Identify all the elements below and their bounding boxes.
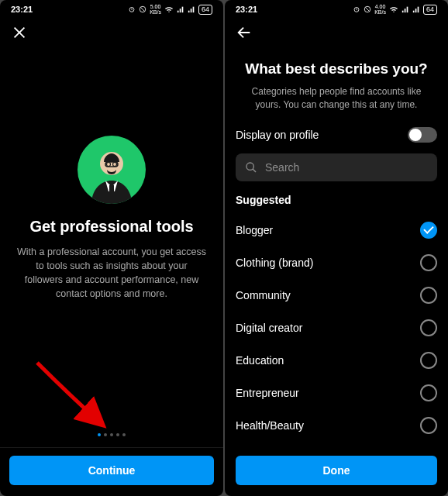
right-content: What best describes you? Categories help…: [225, 50, 448, 448]
status-bar: 23:21 5.00KB/s 64: [0, 0, 223, 19]
signal-icon-2: [412, 5, 420, 13]
alarm-icon: [128, 5, 136, 13]
svg-point-27: [246, 163, 253, 170]
page-dot: [122, 433, 126, 436]
alarm-icon: [353, 5, 360, 13]
status-time: 23:21: [11, 5, 33, 14]
category-list: BloggerClothing (brand)CommunityDigital …: [236, 214, 437, 448]
dnd-icon: [139, 5, 146, 13]
category-label: Community: [236, 289, 291, 301]
back-icon[interactable]: [236, 24, 253, 44]
signal-icon-2: [188, 5, 195, 13]
section-header: Suggested: [236, 194, 437, 206]
radio-unchecked-icon[interactable]: [420, 352, 437, 369]
svg-rect-3: [177, 11, 179, 13]
left-content: Get professional tools With a profession…: [0, 50, 223, 433]
search-input[interactable]: [265, 161, 428, 174]
category-item[interactable]: Health/Beauty: [236, 409, 437, 442]
svg-rect-5: [182, 7, 184, 13]
search-icon: [245, 161, 257, 174]
avatar: [78, 136, 146, 204]
left-heading: Get professional tools: [29, 218, 193, 236]
page-dots: [0, 433, 223, 436]
left-screen: 23:21 5.00KB/s 64: [0, 0, 223, 496]
svg-rect-7: [191, 9, 192, 12]
wifi-icon: [164, 5, 174, 13]
right-heading: What best describes you?: [236, 60, 437, 78]
display-on-profile-label: Display on profile: [236, 129, 319, 141]
svg-line-28: [253, 169, 256, 172]
display-on-profile-row: Display on profile: [236, 127, 437, 143]
svg-rect-23: [413, 11, 415, 13]
category-label: Clothing (brand): [236, 257, 313, 269]
status-right: 5.00KB/s 64: [128, 4, 212, 15]
right-subtext: Categories help people find accounts lik…: [236, 85, 437, 112]
close-icon[interactable]: [11, 24, 28, 44]
page-dot: [116, 433, 119, 436]
svg-rect-22: [407, 7, 408, 13]
net-speed-left: 5.00KB/s: [150, 4, 161, 15]
category-item[interactable]: Community: [236, 279, 437, 312]
category-item[interactable]: Clothing (brand): [236, 246, 437, 279]
battery-level: 64: [198, 5, 212, 15]
category-item[interactable]: Blogger: [236, 214, 437, 246]
dnd-icon: [364, 5, 371, 13]
svg-rect-20: [402, 11, 404, 13]
right-screen: 23:21 4.00KB/s 64 What best describes yo…: [225, 0, 448, 496]
category-item[interactable]: Digital creator: [236, 312, 437, 344]
svg-rect-4: [180, 9, 181, 12]
radio-unchecked-icon[interactable]: [420, 384, 437, 401]
battery-level: 64: [423, 5, 437, 15]
radio-unchecked-icon[interactable]: [420, 254, 437, 271]
svg-rect-8: [193, 7, 195, 13]
category-item[interactable]: Entrepreneur: [236, 377, 437, 409]
display-on-profile-toggle[interactable]: [408, 127, 437, 143]
svg-rect-21: [405, 9, 406, 12]
svg-rect-25: [418, 7, 419, 13]
radio-checked-icon[interactable]: [420, 222, 437, 239]
signal-icon: [401, 5, 409, 13]
signal-icon: [177, 5, 184, 13]
category-item[interactable]: Education: [236, 344, 437, 377]
svg-line-2: [141, 8, 145, 12]
wifi-icon: [389, 5, 398, 13]
svg-rect-15: [109, 185, 114, 191]
continue-button[interactable]: Continue: [9, 456, 214, 485]
button-bar: Continue: [0, 447, 223, 496]
nav-bar: [225, 19, 448, 50]
category-label: Education: [236, 354, 284, 367]
status-right: 4.00KB/s 64: [353, 4, 437, 15]
left-description: With a professional account, you get acc…: [17, 245, 206, 301]
radio-unchecked-icon[interactable]: [420, 287, 437, 304]
radio-unchecked-icon[interactable]: [420, 417, 437, 434]
page-dot: [104, 433, 107, 436]
page-dot: [98, 433, 101, 436]
radio-unchecked-icon[interactable]: [420, 319, 437, 336]
svg-rect-6: [188, 11, 190, 13]
category-label: Digital creator: [236, 322, 302, 334]
done-button[interactable]: Done: [236, 456, 437, 485]
svg-rect-24: [415, 9, 417, 12]
category-label: Health/Beauty: [236, 419, 304, 432]
page-dot: [110, 433, 113, 436]
status-time: 23:21: [236, 5, 257, 14]
category-label: Entrepreneur: [236, 387, 299, 399]
status-bar: 23:21 4.00KB/s 64: [225, 0, 448, 19]
svg-line-19: [366, 8, 370, 12]
category-label: Blogger: [236, 224, 273, 236]
nav-bar: [0, 19, 223, 50]
search-box[interactable]: [236, 153, 437, 181]
button-bar: Done: [225, 448, 448, 496]
net-speed-right: 4.00KB/s: [374, 4, 386, 15]
